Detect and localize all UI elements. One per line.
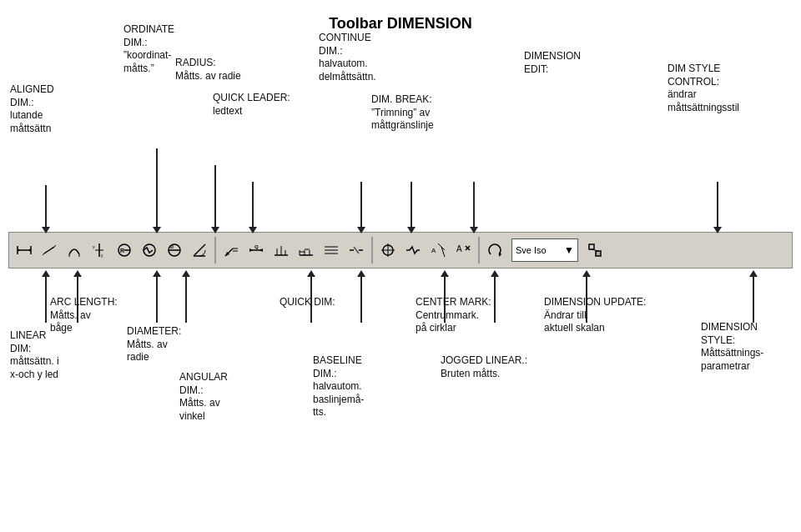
label-linear-dim: LINEAR DIM: måttsättn. i x-och y led <box>10 329 59 381</box>
btn-continue-dim[interactable] <box>295 235 318 265</box>
label-dimension-update: DIMENSION UPDATE: Ändrar till aktuell sk… <box>544 296 646 335</box>
svg-text:Q: Q <box>254 244 259 249</box>
separator-1 <box>214 237 216 263</box>
btn-quick-dim[interactable]: Q <box>244 235 268 265</box>
label-arc-length: ARC LENGTH: Måtts. av båge <box>50 296 118 335</box>
btn-ordinate-dim[interactable]: x y <box>88 235 111 265</box>
arrow-dim-style-control <box>713 182 722 233</box>
arrow-up-baseline-dim <box>357 270 365 323</box>
btn-dimension-edit[interactable]: A <box>426 235 450 265</box>
svg-line-6 <box>43 252 46 255</box>
label-center-mark: CENTER MARK: Centrummark. på cirklar <box>416 296 491 335</box>
svg-marker-28 <box>249 248 253 252</box>
svg-text:⌀: ⌀ <box>170 243 174 249</box>
dim-style-dropdown[interactable]: Sve Iso ▼ <box>511 238 578 262</box>
btn-angular-dim[interactable] <box>188 235 211 265</box>
svg-text:A: A <box>456 244 462 253</box>
arrow-up-dimension-style <box>749 270 758 323</box>
dropdown-arrow-icon: ▼ <box>564 244 574 256</box>
label-aligned-dim: ALIGNED DIM.: lutande måttsättn <box>10 83 54 135</box>
separator-2 <box>371 237 373 263</box>
svg-marker-29 <box>259 248 263 252</box>
btn-aligned-dim[interactable] <box>38 235 61 265</box>
btn-dim-space[interactable] <box>320 235 343 265</box>
svg-rect-60 <box>596 251 601 256</box>
btn-dim-break[interactable] <box>345 235 368 265</box>
arrow-aligned-dim <box>42 185 50 233</box>
btn-dim-text-edit[interactable]: A <box>451 235 475 265</box>
label-jogged-linear: JOGGED LINEAR.: Bruten måtts. <box>441 354 527 380</box>
svg-text:x: x <box>93 244 95 249</box>
svg-line-61 <box>592 249 598 251</box>
svg-marker-4 <box>28 248 31 252</box>
page-container: Toolbar DIMENSION ALIGNED DIM.: lutande … <box>0 0 801 532</box>
label-diameter: DIAMETER: Måtts. av radie <box>127 325 181 364</box>
arrow-up-angular-dim <box>182 270 190 323</box>
btn-linear-dim[interactable] <box>13 235 36 265</box>
label-dim-break: DIM. BREAK: ”Trimning” av måttgränslinje <box>371 93 434 133</box>
arrow-up-linear-dim <box>42 270 50 323</box>
arrow-quick-leader <box>249 182 257 233</box>
arrow-up-diameter <box>153 270 161 323</box>
label-dimension-style: DIMENSION STYLE: Måttsättnings- parametr… <box>701 321 763 373</box>
label-baseline-dim: BASELINE DIM.: halvautom. baslinjemå- tt… <box>313 354 364 419</box>
separator-3 <box>478 237 480 263</box>
label-ordinate-dim: ORDINATE DIM.: ”koordinat- måtts.” <box>123 23 174 75</box>
label-quick-dim: QUICK DIM: <box>280 296 335 309</box>
arrow-dimension-edit <box>470 182 478 233</box>
toolbar-strip: x y R ⌀ <box>8 232 793 269</box>
svg-line-7 <box>53 245 56 248</box>
btn-quick-leader[interactable] <box>219 235 243 265</box>
page-title: Toolbar DIMENSION <box>0 7 801 33</box>
svg-text:y: y <box>101 253 103 258</box>
label-continue-dim: CONTINUE DIM.: halvautom. delmåttsättn. <box>319 32 376 83</box>
label-radius: RADIUS: Måtts. av radie <box>175 57 241 83</box>
svg-line-46 <box>354 247 359 253</box>
label-dim-style-control: DIM STYLE CONTROL: ändrar måttsättningss… <box>668 63 739 114</box>
svg-rect-59 <box>589 244 594 249</box>
svg-point-17 <box>144 244 155 256</box>
arrow-dim-break <box>407 182 416 233</box>
svg-text:A: A <box>431 247 436 254</box>
btn-jogged-radius[interactable] <box>138 235 161 265</box>
arrow-continue-dim <box>357 182 365 233</box>
arrow-radius <box>211 165 219 233</box>
btn-center-mark[interactable] <box>376 235 400 265</box>
arrow-up-jogged-linear <box>491 270 499 323</box>
dim-style-value: Sve Iso <box>516 245 564 255</box>
svg-marker-3 <box>18 248 20 252</box>
btn-arc-length[interactable] <box>63 235 86 265</box>
btn-diameter-dim[interactable]: ⌀ <box>163 235 186 265</box>
label-quick-leader: QUICK LEADER: ledtext <box>213 92 290 118</box>
btn-radius-dim[interactable]: R <box>113 235 136 265</box>
btn-dim-style-control[interactable] <box>583 235 607 265</box>
svg-text:R: R <box>120 248 124 253</box>
arrow-ordinate-dim <box>153 148 161 233</box>
btn-jogged-linear[interactable] <box>401 235 425 265</box>
btn-baseline-dim[interactable] <box>270 235 293 265</box>
label-angular-dim: ANGULAR DIM.: Måtts. av vinkel <box>179 371 228 423</box>
label-dimension-edit: DIMENSION EDIT: <box>524 50 581 76</box>
btn-dim-update[interactable] <box>483 235 506 265</box>
